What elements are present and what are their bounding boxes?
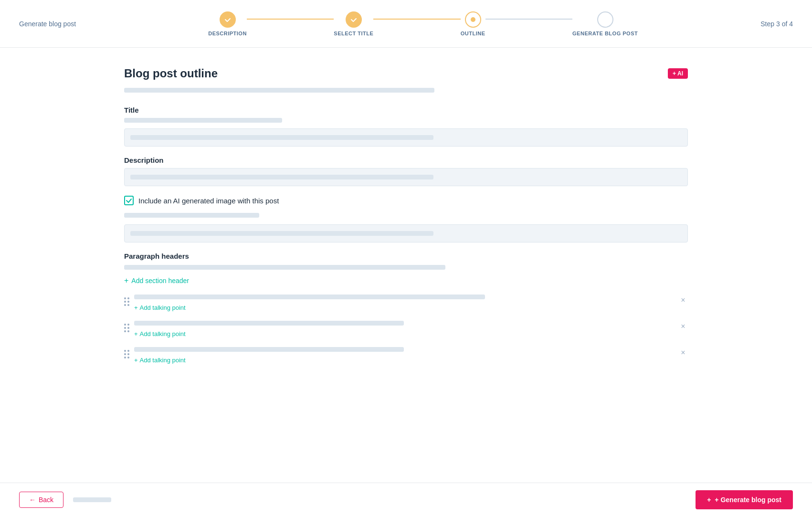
step-connector-1 [247,19,334,20]
paragraph-items: + Add talking point × + Add talking poin… [124,295,688,364]
paragraph-skeleton-1a [134,295,485,299]
section-title: Blog post outline [124,67,218,80]
drag-handle-2[interactable] [124,321,129,332]
paragraph-content-2: + Add talking point [134,321,674,337]
image-prompt-skeleton [130,231,433,236]
step-circle-generate [597,11,613,28]
generate-blog-post-button[interactable]: + + Generate blog post [696,490,793,509]
step-circle-outline [465,11,481,28]
step-info: Step 3 of 4 [760,20,793,28]
paragraph-item-1: + Add talking point × [124,295,688,311]
step-label-description: DESCRIPTION [208,31,247,36]
checkbox-row: Include an AI generated image with this … [124,196,688,205]
skeleton-checkbox-sub [124,213,259,218]
stepper: DESCRIPTION SELECT TITLE OUTLINE [105,11,741,36]
title-input-skeleton [130,135,433,140]
back-label: Back [39,496,53,504]
ai-image-checkbox[interactable] [124,196,134,205]
remove-item-2[interactable]: × [678,321,688,330]
add-talking-point-label-3: Add talking point [140,357,186,364]
drag-handle-3[interactable] [124,347,129,358]
step-description: DESCRIPTION [208,11,247,36]
paragraph-item-3: + Add talking point × [124,347,688,364]
skeleton-title-sub [124,118,282,123]
step-circle-description [220,11,236,28]
add-talking-point-3[interactable]: + Add talking point [134,357,674,364]
remove-item-1[interactable]: × [678,295,688,304]
paragraph-skeleton-3a [134,347,404,352]
section-header-row: Blog post outline + AI [124,67,688,80]
footer: ← Back + + Generate blog post [0,483,812,516]
step-label-select-title: SELECT TITLE [334,31,373,36]
skeleton-paragraph-sub [124,265,445,270]
step-generate: GENERATE BLOG POST [572,11,638,36]
back-button[interactable]: ← Back [19,492,63,508]
footer-skeleton [73,497,111,502]
image-prompt-input[interactable] [124,224,688,242]
add-talking-point-2[interactable]: + Add talking point [134,330,674,337]
description-input[interactable] [124,168,688,186]
title-label: Title [124,106,688,114]
step-connector-2 [373,19,460,20]
paragraph-content-1: + Add talking point [134,295,674,311]
step-select-title: SELECT TITLE [334,11,373,36]
ai-image-checkbox-label: Include an AI generated image with this … [138,197,279,205]
step-circle-select-title [346,11,362,28]
skeleton-line-top [124,88,434,93]
step-label-generate: GENERATE BLOG POST [572,31,638,36]
app-title: Generate blog post [19,20,76,28]
add-section-icon: + [124,276,128,285]
generate-icon: + [707,496,711,504]
generate-label: + Generate blog post [715,496,781,504]
drag-handle-1[interactable] [124,295,129,306]
add-section-label: Add section header [131,277,189,284]
add-section-header[interactable]: + Add section header [124,276,688,285]
title-input[interactable] [124,128,688,147]
paragraph-item-2: + Add talking point × [124,321,688,337]
paragraph-skeleton-2a [134,321,404,326]
add-talking-point-1[interactable]: + Add talking point [134,304,674,311]
remove-item-3[interactable]: × [678,347,688,357]
ai-badge[interactable]: + AI [668,68,688,79]
back-chevron-icon: ← [29,496,36,504]
description-label: Description [124,156,688,164]
main-content: Blog post outline + AI Title Description… [0,48,812,483]
paragraph-content-3: + Add talking point [134,347,674,364]
header: Generate blog post DESCRIPTION [0,0,812,48]
step-outline: OUTLINE [461,11,485,36]
add-talking-point-label-2: Add talking point [140,330,186,337]
paragraph-headers-label: Paragraph headers [124,252,688,260]
add-talking-point-icon-1: + [134,304,138,311]
add-talking-point-icon-2: + [134,330,138,337]
add-talking-point-icon-3: + [134,357,138,364]
step-connector-3 [485,19,572,20]
step-label-outline: OUTLINE [461,31,485,36]
add-talking-point-label-1: Add talking point [140,304,186,311]
description-input-skeleton [130,175,433,179]
